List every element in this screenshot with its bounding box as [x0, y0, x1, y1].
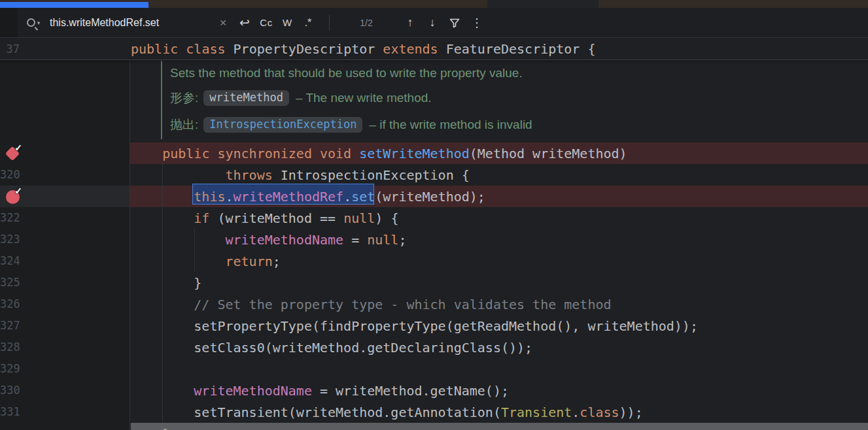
tab-strip	[0, 0, 868, 8]
chevron-down-icon: ▾	[37, 20, 41, 26]
line-number[interactable]: 322	[0, 207, 20, 229]
clear-search-button[interactable]: ✕	[216, 8, 230, 37]
code-token	[131, 254, 226, 269]
code-line-content[interactable]: throws IntrospectionException {	[130, 164, 868, 186]
code-line-322[interactable]: 322 if (writeMethod == null) {	[0, 207, 868, 229]
line-number[interactable]: 323	[0, 229, 20, 250]
check-icon: ✓	[14, 142, 22, 153]
gutter-cell[interactable]: 323	[0, 229, 130, 250]
gutter-cell[interactable]: ✓	[0, 142, 130, 164]
new-line-button[interactable]: ↩	[237, 8, 252, 37]
doc-throws-label: 抛出:	[170, 116, 198, 133]
code-line-content[interactable]: return;	[130, 250, 868, 272]
gutter-cell[interactable]: 325	[0, 272, 130, 293]
code-line-content[interactable]: writeMethodName = writeMethod.getName();	[130, 380, 868, 401]
active-tab-indicator[interactable]	[0, 2, 148, 8]
code-line[interactable]: ✓ public synchronized void setWriteMetho…	[0, 142, 868, 164]
code-token: (writeMethod ==	[209, 210, 343, 226]
code-line-content[interactable]: this.writeMethodRef.set(writeMethod);	[130, 186, 868, 207]
line-number[interactable]: 326	[0, 293, 20, 315]
code-line-content[interactable]: if (writeMethod == null) {	[130, 207, 868, 229]
code-token: public synchronized void	[162, 146, 351, 161]
code-token: throws	[226, 167, 273, 183]
gutter-cell[interactable]	[0, 423, 130, 430]
arrow-up-icon: ↑	[408, 16, 413, 29]
indent-guide	[162, 163, 163, 423]
code-line-329[interactable]: 329	[0, 358, 868, 380]
horizontal-scrollbar[interactable]	[131, 423, 868, 430]
code-token: null	[343, 210, 375, 226]
code-token: class	[580, 405, 619, 420]
gutter-cell[interactable]: 329	[0, 358, 130, 380]
code-line-content[interactable]: // Set the property type - which validat…	[130, 293, 868, 315]
doc-param-desc: – The new write method.	[296, 91, 432, 105]
match-case-toggle[interactable]: Cc	[258, 8, 275, 37]
code-token: writeMethodName	[226, 232, 344, 248]
line-number[interactable]: 331	[0, 401, 20, 423]
gutter-cell[interactable]: 322	[0, 207, 130, 229]
code-line-328[interactable]: 328 setClass0(writeMethod.getDeclaringCl…	[0, 337, 868, 358]
code-token: .	[226, 189, 234, 205]
code-token: if	[194, 210, 209, 226]
more-options-button[interactable]: ⋮	[469, 8, 485, 37]
filter-search-button[interactable]	[446, 8, 463, 37]
gutter-cell[interactable]: 328	[0, 337, 130, 358]
code-token: setTransient(writeMethod.getAnnotation(	[131, 405, 501, 420]
regex-toggle[interactable]: .*	[300, 8, 316, 37]
line-number[interactable]: 324	[0, 250, 20, 272]
code-line-323[interactable]: 323 writeMethodName = null;	[0, 229, 868, 250]
line-number[interactable]: 320	[0, 164, 20, 186]
gutter-cell[interactable]: 320	[0, 164, 130, 186]
code-line-content[interactable]: }	[130, 272, 868, 293]
next-occurrence-button[interactable]: ↓	[424, 8, 441, 37]
whole-words-icon: W	[283, 17, 292, 28]
code-line-content[interactable]: setPropertyType(findPropertyType(getRead…	[130, 315, 868, 337]
search-input[interactable]	[50, 13, 213, 33]
doc-param-chip[interactable]: writeMethod	[203, 90, 289, 106]
code-line-324[interactable]: 324 return;	[0, 250, 868, 272]
search-result-count: 1/2	[350, 8, 383, 37]
code-token: ;	[273, 254, 281, 269]
gutter-cell[interactable]: 324	[0, 250, 130, 272]
doc-throws-chip[interactable]: IntrospectionException	[203, 117, 362, 133]
code-line-330[interactable]: 330 writeMethodName = writeMethod.getNam…	[0, 380, 868, 401]
line-breakpoint-icon[interactable]: ✓	[5, 188, 22, 205]
code-line-325[interactable]: 325 }	[0, 272, 868, 293]
code-line-327[interactable]: 327 setPropertyType(findPropertyType(get…	[0, 315, 868, 337]
search-icon	[27, 18, 35, 27]
whole-words-toggle[interactable]: W	[279, 8, 295, 37]
line-number[interactable]: 329	[0, 358, 20, 380]
search-history-button[interactable]: ▾	[24, 8, 43, 37]
code-text: writeMethodName = null;	[131, 232, 406, 248]
code-line[interactable]: ✓ this.writeMethodRef.set(writeMethod);	[0, 186, 868, 207]
code-token: extends	[383, 41, 438, 57]
code-line-content[interactable]: setClass0(writeMethod.getDeclaringClass(…	[130, 337, 868, 358]
code-line-content[interactable]: writeMethodName = null;	[130, 229, 868, 250]
method-breakpoint-icon[interactable]: ✓	[5, 145, 22, 162]
line-number[interactable]: 37	[0, 42, 20, 56]
code-line-content[interactable]: public synchronized void setWriteMethod(…	[130, 142, 868, 164]
line-number[interactable]: 328	[0, 337, 20, 358]
code-token: = writeMethod.getName();	[312, 383, 509, 399]
line-number[interactable]: 325	[0, 272, 20, 293]
code-line-320[interactable]: 320 throws IntrospectionException {	[0, 164, 868, 186]
code-line-331[interactable]: 331 setTransient(writeMethod.getAnnotati…	[0, 401, 868, 423]
code-editor[interactable]: Sets the method that should be used to w…	[0, 61, 868, 430]
line-number[interactable]: 330	[0, 380, 20, 401]
previous-occurrence-button[interactable]: ↑	[402, 8, 419, 37]
gutter-cell[interactable]: 330	[0, 380, 130, 401]
close-icon: ✕	[219, 18, 227, 28]
sticky-header-line[interactable]: 37 public class PropertyDescriptor exten…	[0, 38, 868, 60]
gutter-cell[interactable]: ✓	[0, 186, 130, 207]
find-bar-edge	[0, 8, 18, 37]
gutter-cell[interactable]: 326	[0, 293, 130, 315]
gutter-cell[interactable]: 327	[0, 315, 130, 337]
code-line-content[interactable]	[130, 358, 868, 380]
code-line-content[interactable]: setTransient(writeMethod.getAnnotation(T…	[130, 401, 868, 423]
code-line-326[interactable]: 326 // Set the property type - which val…	[0, 293, 868, 315]
line-number[interactable]: 327	[0, 315, 20, 337]
code-token: // Set the property type - which validat…	[131, 297, 612, 312]
gutter-cell[interactable]: 331	[0, 401, 130, 423]
code-token: Transient	[501, 405, 572, 420]
tab-strip-segment[interactable]	[487, 0, 599, 8]
